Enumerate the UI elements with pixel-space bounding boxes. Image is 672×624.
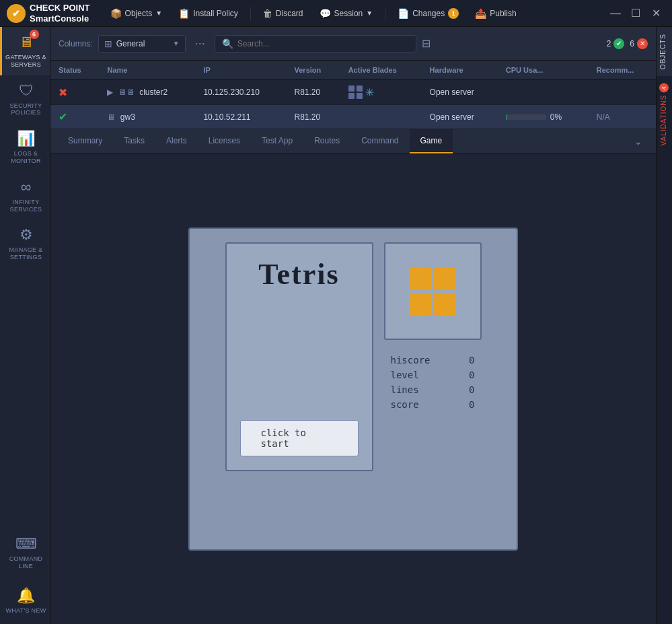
col-name: Name	[99, 61, 195, 80]
table-row[interactable]: ✔ 🖥 gw3 10.10.52.211 R81.20 Open server	[50, 105, 656, 129]
close-button[interactable]: ✕	[646, 4, 665, 23]
logo-cell-bl	[409, 293, 431, 315]
row-version: R81.20	[287, 80, 340, 105]
status-ok-count: 2 ✔	[607, 38, 625, 49]
sidebar-item-whatsnew[interactable]: 🔔 WHAT'S NEW	[0, 577, 50, 624]
columns-dropdown[interactable]: ⊞ General ▼	[98, 35, 186, 53]
tab-routes[interactable]: Routes	[303, 129, 350, 153]
security-icon: 🛡	[19, 82, 34, 100]
sidebar-item-whatsnew-label: WHAT'S NEW	[5, 607, 46, 615]
rs-tab-validations[interactable]: Validations 4	[657, 76, 672, 152]
sidebar-item-security[interactable]: 🛡 SECURITY POLICIES	[0, 75, 50, 124]
more-button[interactable]: ···	[191, 35, 209, 52]
table-row[interactable]: ✖ ▶ 🖥🖥 cluster2 10.125.230.210 R81.20	[50, 80, 656, 105]
maximize-button[interactable]: ☐	[626, 4, 645, 23]
game-left: Tetris click to start	[225, 242, 373, 471]
app-logo: ✔ CHECK POINT SmartConsole	[7, 3, 90, 24]
sidebar-item-cmdline[interactable]: ⌨ COMMAND LINE	[0, 528, 50, 577]
row-blades	[340, 105, 422, 129]
ok-num: 2	[607, 39, 611, 48]
search-box[interactable]: 🔍	[215, 35, 416, 53]
lines-label: lines	[391, 384, 419, 395]
menu-install-policy[interactable]: 📋 Install Policy	[172, 5, 245, 22]
stat-hiscore: hiscore 0	[391, 355, 475, 366]
tab-game[interactable]: Game	[410, 129, 453, 153]
tab-alerts[interactable]: Alerts	[155, 129, 198, 153]
manage-icon: ⚙	[20, 226, 33, 244]
row-recommend: N/A	[589, 105, 656, 129]
chevron-down-icon: ▼	[155, 9, 162, 17]
brand-line2: SmartConsole	[30, 13, 90, 24]
rs-tab-objects[interactable]: Objects	[657, 27, 672, 76]
game-wrapper: Tetris click to start	[188, 228, 518, 551]
lines-value: 0	[469, 384, 474, 395]
right-panel: Columns: ⊞ General ▼ ··· 🔍 ⊟ 2 ✔ 6 ✕	[50, 27, 656, 624]
filter-button[interactable]: ⊟	[422, 37, 431, 50]
row-status: ✔	[50, 105, 99, 129]
row-cpu: 0%	[498, 105, 589, 129]
logs-icon: 📊	[17, 130, 35, 147]
menu-session[interactable]: 💬 Session ▼	[313, 5, 380, 22]
install-policy-icon: 📋	[178, 8, 190, 19]
menu-changes[interactable]: 📄 Changes 1	[391, 5, 465, 22]
sidebar-item-gateways[interactable]: 🖥 6 GATEWAYS & SERVERS	[0, 27, 50, 75]
game-stats: hiscore 0 level 0 lines 0	[384, 348, 482, 421]
gateways-badge-wrapper: 🖥 6	[19, 34, 34, 51]
menu-objects[interactable]: 📦 Objects ▼	[104, 5, 170, 22]
app-brand: CHECK POINT SmartConsole	[30, 3, 90, 24]
err-num: 6	[630, 39, 634, 48]
tab-testapp[interactable]: Test App	[251, 129, 303, 153]
sidebar-item-gateways-label: GATEWAYS & SERVERS	[5, 54, 47, 69]
brand-line1: CHECK POINT	[30, 3, 90, 13]
columns-icon: ⊞	[104, 38, 112, 49]
row-cpu	[498, 80, 589, 105]
col-hardware: Hardware	[422, 61, 498, 80]
detail-panel: Summary Tasks Alerts Licenses Test App R…	[50, 129, 656, 624]
tetris-title: Tetris	[258, 257, 339, 291]
sidebar: 🖥 6 GATEWAYS & SERVERS 🛡 SECURITY POLICI…	[0, 27, 50, 624]
menu-publish[interactable]: 📤 Publish	[468, 5, 523, 22]
sidebar-item-logs[interactable]: 📊 LOGS & MONITOR	[0, 123, 50, 172]
toolbar: Columns: ⊞ General ▼ ··· 🔍 ⊟ 2 ✔ 6 ✕	[50, 27, 656, 61]
tab-licenses[interactable]: Licenses	[198, 129, 251, 153]
discard-icon: 🗑	[263, 8, 272, 19]
columns-label: Columns:	[59, 39, 93, 48]
objects-icon: 📦	[110, 8, 122, 19]
tab-tasks[interactable]: Tasks	[113, 129, 155, 153]
menu-install-policy-label: Install Policy	[193, 9, 238, 18]
sidebar-item-manage[interactable]: ⚙ MANAGE & SETTINGS	[0, 219, 50, 268]
menu-discard[interactable]: 🗑 Discard	[256, 5, 310, 22]
row-hardware: Open server	[422, 80, 498, 105]
tab-summary[interactable]: Summary	[57, 129, 113, 153]
col-status: Status	[50, 61, 99, 80]
minimize-button[interactable]: —	[606, 4, 625, 23]
expand-icon[interactable]: ▶	[107, 88, 113, 97]
gateway-icon: 🖥🖥	[118, 88, 135, 97]
sidebar-item-infinity[interactable]: ∞ INFINITY SERVICES	[0, 172, 50, 220]
row-name: ▶ 🖥🖥 cluster2	[99, 80, 195, 105]
click-start-button[interactable]: click to start	[240, 420, 359, 456]
detail-tabs: Summary Tasks Alerts Licenses Test App R…	[50, 129, 656, 154]
infinity-icon: ∞	[21, 178, 32, 196]
stat-level: level 0	[391, 370, 475, 380]
row-ip: 10.10.52.211	[195, 105, 286, 129]
cpu-value: 0%	[550, 112, 562, 122]
row-status: ✖	[50, 80, 99, 105]
menu-session-label: Session	[334, 9, 363, 18]
status-error-icon: ✖	[59, 87, 67, 98]
row-ip: 10.125.230.210	[195, 80, 286, 105]
err-dot: ✕	[637, 38, 648, 49]
ok-dot: ✔	[613, 38, 624, 49]
window-controls: — ☐ ✕	[606, 4, 665, 23]
tab-expand-button[interactable]: ⌄	[628, 129, 649, 153]
menu-discard-label: Discard	[276, 9, 303, 18]
table-header-row: Status Name IP Version Active Blades Har…	[50, 61, 656, 80]
tetris-board[interactable]: Tetris click to start	[225, 242, 373, 471]
cpu-bar-fill	[506, 114, 507, 120]
blade-extra-icon: ✳	[365, 86, 374, 99]
search-input[interactable]	[237, 39, 409, 48]
tab-command[interactable]: Command	[350, 129, 409, 153]
gateways-badge: 6	[30, 30, 39, 39]
chevron-down-icon-session: ▼	[366, 9, 373, 17]
titlebar-menu: 📦 Objects ▼ 📋 Install Policy 🗑 Discard 💬…	[104, 5, 606, 22]
